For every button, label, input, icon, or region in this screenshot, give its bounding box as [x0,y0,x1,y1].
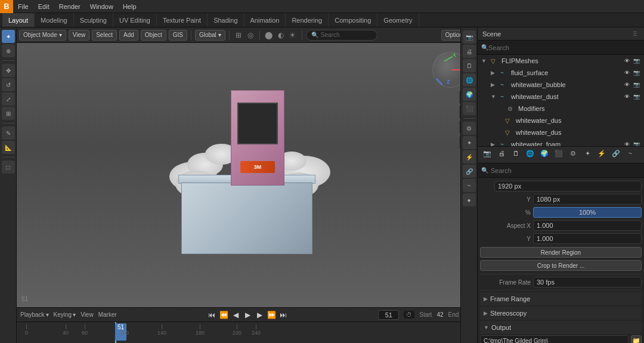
outliner-item-dust[interactable]: ▼ ~ whitewater_dust 👁 📷 [478,91,644,103]
prop-tab-world[interactable]: 🌍 [537,147,552,160]
gis-btn[interactable]: GIS [169,30,187,41]
scene-btn[interactable]: 🌐 [463,73,476,86]
add-cube-btn[interactable]: □ [2,160,15,174]
prev-frame-btn[interactable]: ⏪ [218,310,229,320]
object-mode-btn[interactable]: Object Mode ▾ [19,30,66,41]
tab-layout[interactable]: Layout [2,13,35,27]
prop-tab-modifier[interactable]: ⚙ [566,147,580,160]
prev-keyframe-btn[interactable]: ◀ [230,310,241,320]
res-x-value[interactable]: 1920 px [494,181,642,191]
outliner-item-fluid[interactable]: ▶ ~ fluid_surface 👁 📷 [478,67,644,79]
prop-tab-scene[interactable]: 🌐 [523,147,537,160]
outliner-item-dust-mod-1[interactable]: ▽ whitewater_dus [478,115,644,126]
fluid-render-btn[interactable]: 📷 [632,69,640,77]
tab-rendering[interactable]: Rendering [286,13,329,27]
stereoscopy-section[interactable]: Stereoscopy [480,307,642,320]
tab-shading[interactable]: Shading [208,13,244,27]
foam-vis-btn[interactable]: 👁 [623,140,631,146]
bubble-vis-btn[interactable]: 👁 [623,81,631,89]
world-props-btn[interactable]: 🌍 [463,88,476,101]
prop-tab-particles[interactable]: ✦ [580,147,595,160]
playback-btn[interactable]: Playback ▾ [20,311,49,318]
fluid-vis-btn[interactable]: 👁 [623,69,631,77]
material-props-btn[interactable]: ● [463,193,476,206]
modifier-props-btn[interactable]: ⚙ [463,122,476,135]
current-frame-input[interactable]: 51 [378,310,399,320]
obj-props-btn[interactable]: ⬛ [463,102,476,115]
annotate-tool-btn[interactable]: ✎ [2,126,15,140]
tab-modeling[interactable]: Modeling [35,13,74,27]
add-btn[interactable]: Add [119,30,138,41]
prop-tab-object[interactable]: ⬛ [552,147,566,160]
output-props-btn[interactable]: 🖨 [463,45,476,58]
keying-btn[interactable]: Keying ▾ [54,311,76,318]
next-frame-btn[interactable]: ⏩ [266,310,277,320]
global-btn[interactable]: Global ▾ [195,30,225,41]
outliner-search-input[interactable] [488,44,640,51]
object-btn[interactable]: Object [141,30,166,41]
select-tool-btn[interactable]: ✦ [2,30,15,43]
aspect-x-value[interactable]: 1.000 [533,220,642,231]
render-view-icon[interactable]: ☀ [287,30,298,41]
menu-help[interactable]: Help [118,0,141,13]
transform-tool-btn[interactable]: ⊞ [2,107,15,120]
play-btn[interactable]: ▶ [242,310,253,320]
select-btn[interactable]: Select [92,30,117,41]
viewport-3d[interactable]: 3M X Y [17,43,477,307]
dust-render-btn[interactable]: 📷 [632,92,640,101]
scale-tool-btn[interactable]: ⤢ [2,92,15,106]
tab-uv-editing[interactable]: UV Editing [113,13,157,27]
timeline-ruler[interactable]: 0 40 60 51 100 [17,322,477,343]
prop-tab-output[interactable]: 🖨 [494,147,509,160]
viewport-search[interactable]: 🔍 Search [306,30,377,41]
outliner-item-flipmeshes[interactable]: ▼ ▽ FLIPMeshes 👁 📷 [478,55,644,67]
render-props-btn[interactable]: 📷 [463,30,476,44]
flipmeshes-vis-btn[interactable]: 👁 [623,57,631,65]
jump-end-btn[interactable]: ⏭ [278,310,289,320]
aspect-y-value[interactable]: 1.000 [533,233,642,244]
frame-range-section[interactable]: Frame Range [480,292,642,305]
constraints-props-btn[interactable]: 🔗 [463,165,476,178]
bubble-render-btn[interactable]: 📷 [632,81,640,89]
tab-sculpting[interactable]: Sculpting [74,13,113,27]
tab-animation[interactable]: Animation [244,13,286,27]
marker-btn[interactable]: Marker [98,311,117,318]
flipmeshes-render-btn[interactable]: 📷 [632,57,640,65]
view-btn[interactable]: View [69,30,90,41]
prop-tab-view-layer[interactable]: 🗒 [509,147,523,160]
tab-texture-paint[interactable]: Texture Paint [157,13,208,27]
res-pct-value[interactable]: 100% [533,207,642,218]
outliner-item-bubble[interactable]: ▶ ~ whitewater_bubble 👁 📷 [478,79,644,91]
snap-icon[interactable]: ⊞ [233,30,244,41]
render-region-btn[interactable]: Render Region [480,247,642,258]
particles-props-btn[interactable]: ✦ [463,136,476,149]
solid-view-icon[interactable]: ⬤ [264,30,274,41]
move-tool-btn[interactable]: ✥ [2,64,15,77]
menu-window[interactable]: Window [85,0,118,13]
physics-props-btn[interactable]: ⚡ [463,150,476,163]
output-path-input[interactable]: C:\tmp\The Gilded Grim\ [480,335,628,343]
cursor-tool-btn[interactable]: ⊕ [2,44,15,57]
menu-render[interactable]: Render [54,0,85,13]
measure-tool-btn[interactable]: 📐 [2,141,15,154]
outliner-search[interactable]: 🔍 [478,41,644,55]
proportional-icon[interactable]: ◎ [245,30,256,41]
foam-render-btn[interactable]: 📷 [632,140,640,146]
rotate-tool-btn[interactable]: ↺ [2,78,15,91]
outliner-item-modifiers[interactable]: ⚙ Modifiers [478,103,644,115]
tab-compositing[interactable]: Compositing [329,13,377,27]
crop-render-btn[interactable]: Crop to Render ... [480,260,642,271]
tab-geometry[interactable]: Geometry [377,13,419,27]
properties-search[interactable]: 🔍 [478,163,644,178]
outliner-item-dust-mod-2[interactable]: ▽ whitewater_dus [478,126,644,138]
menu-file[interactable]: File [13,0,33,13]
menu-edit[interactable]: Edit [33,0,54,13]
prop-tab-physics[interactable]: ⚡ [595,147,609,160]
res-y-value[interactable]: 1080 px [533,194,642,205]
output-path-browse-btn[interactable]: 📁 [631,335,642,343]
view-layer-btn[interactable]: 🗒 [463,59,476,72]
prop-tab-constraints[interactable]: 🔗 [609,147,623,160]
prop-search-input[interactable] [491,167,640,174]
material-view-icon[interactable]: ◐ [275,30,286,41]
view-timeline-btn[interactable]: View [80,311,94,318]
